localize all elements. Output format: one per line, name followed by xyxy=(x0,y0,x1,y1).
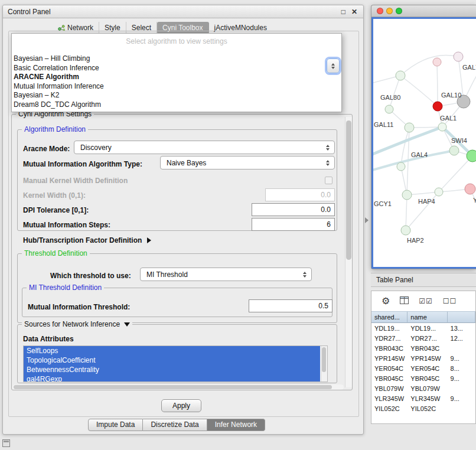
network-edge xyxy=(389,76,400,109)
desktop: Control Panel □ ✕ NetworkStyleSelectCyni… xyxy=(0,0,476,450)
dpi-tolerance-field[interactable]: 0.0 xyxy=(252,203,335,216)
network-node[interactable] xyxy=(397,162,405,171)
table-row[interactable]: YBR043CYBR043C xyxy=(371,343,475,353)
scrollbar-thumb[interactable] xyxy=(322,347,326,372)
attribute-item-topologicalcoefficient[interactable]: TopologicalCoefficient xyxy=(24,356,320,365)
algorithm-combo-button[interactable] xyxy=(327,58,340,73)
network-node[interactable] xyxy=(385,105,393,113)
float-window-icon[interactable]: □ xyxy=(341,7,345,17)
columns-icon[interactable] xyxy=(400,296,409,306)
table-panel-titlebar[interactable]: Table Panel xyxy=(371,273,476,287)
settings-hscrollbar[interactable] xyxy=(12,384,344,390)
column-header-col2[interactable] xyxy=(448,311,475,323)
manual-kernel-width-checkbox[interactable] xyxy=(325,177,332,184)
column-header-name[interactable]: name xyxy=(407,311,447,323)
network-graph: GAL80GAL10GAL11GAL1SWI4GAL4GCY1HAP4HAP2G… xyxy=(373,19,476,268)
hub-section-label: Hub/Transcription Factor Definition xyxy=(23,236,142,244)
table-toolbar: ⚙ ☑☑ ☐☐ xyxy=(371,291,475,311)
aracne-mode-select[interactable]: Discovery xyxy=(74,141,335,154)
minimize-traffic-light[interactable] xyxy=(386,8,393,14)
sources-group-title[interactable]: Sources for Network Inference xyxy=(22,321,132,328)
network-window-titlebar[interactable] xyxy=(371,5,476,17)
mi-algorithm-type-value: Naive Bayes xyxy=(161,159,323,167)
bottom-tabs: Impute DataDiscretize DataInfer Network xyxy=(88,419,265,431)
network-node[interactable] xyxy=(438,123,446,131)
gear-icon[interactable]: ⚙ xyxy=(382,296,390,306)
bottom-tab-infer-network[interactable]: Infer Network xyxy=(207,419,265,431)
network-node[interactable] xyxy=(402,190,412,200)
table-header-row: shared...name xyxy=(371,311,475,323)
restore-panel-icon[interactable] xyxy=(2,439,10,447)
attribute-item-gal4rgexp[interactable]: gal4RGexp xyxy=(24,374,320,382)
algorithm-option-aracne-algorithm[interactable]: ARACNE Algorithm xyxy=(12,73,341,82)
table-row[interactable]: YLR345WYLR345W9... xyxy=(371,393,475,403)
algorithm-option-dream8-dc-tdc-algorithm[interactable]: Dream8 DC_TDC Algorithm xyxy=(12,100,341,110)
table-row[interactable]: YBR045CYBR045C9... xyxy=(371,373,475,383)
algorithm-option-bayesian-k2[interactable]: Bayesian – K2 xyxy=(12,91,341,100)
network-node[interactable] xyxy=(435,188,443,196)
network-node[interactable] xyxy=(465,184,475,194)
apply-button-label: Apply xyxy=(172,402,190,410)
bottom-tab-impute-data[interactable]: Impute Data xyxy=(88,419,143,431)
node-label: GAL1 xyxy=(440,115,457,122)
traffic-lights xyxy=(377,8,402,14)
algorithm-option-basic-correlation-inference[interactable]: Basic Correlation Inference xyxy=(12,64,341,73)
node-label: HAP4 xyxy=(418,198,435,205)
network-node[interactable] xyxy=(433,58,441,66)
bottom-tab-discretize-data[interactable]: Discretize Data xyxy=(143,419,207,431)
select-all-rows-icon[interactable]: ☑☑ xyxy=(419,297,433,305)
network-canvas[interactable]: GAL80GAL10GAL11GAL1SWI4GAL4GCY1HAP4HAP2G… xyxy=(371,17,476,269)
table-row[interactable]: YIL052CYIL052C xyxy=(371,403,475,413)
network-node[interactable] xyxy=(449,146,459,155)
table-cell: YER054C xyxy=(407,365,447,372)
mi-algorithm-type-select[interactable]: Naive Bayes xyxy=(160,156,335,169)
table-cell: YLR345W xyxy=(371,395,407,402)
data-attributes-listbox[interactable]: SelfLoopsTopologicalCoefficientBetweenne… xyxy=(23,345,328,382)
network-node[interactable] xyxy=(467,150,476,162)
table-body: YDL19...YDL19...13...YDR27...YDR27...12.… xyxy=(371,323,475,423)
kernel-width-field: 0.0 xyxy=(265,188,335,201)
table-cell: 13... xyxy=(448,325,475,332)
hub-section-toggle[interactable]: Hub/Transcription Factor Definition xyxy=(23,236,151,244)
which-threshold-label: Which threshold to use: xyxy=(50,270,131,281)
column-header-shared[interactable]: shared... xyxy=(371,311,407,323)
table-row[interactable]: YDL19...YDL19...13... xyxy=(371,323,475,333)
which-threshold-select[interactable]: MI Threshold xyxy=(140,268,312,281)
table-row[interactable]: YDR27...YDR27...12... xyxy=(371,333,475,343)
apply-button[interactable]: Apply xyxy=(161,399,201,412)
mi-steps-field[interactable]: 6 xyxy=(252,218,335,231)
table-cell: YER054C xyxy=(371,365,407,372)
panel-splitter-handle[interactable] xyxy=(365,217,369,223)
threshold-definition-title: Threshold Definition xyxy=(22,250,90,257)
deselect-all-rows-icon[interactable]: ☐☐ xyxy=(443,297,457,305)
network-node[interactable] xyxy=(454,52,463,61)
hscrollbar-thumb[interactable] xyxy=(14,385,332,389)
algorithm-option-bayesian-hill-climbing[interactable]: Bayesian – Hill Climbing xyxy=(12,54,341,64)
close-window-icon[interactable]: ✕ xyxy=(351,7,357,17)
settings-scrollbar[interactable] xyxy=(345,117,352,387)
zoom-traffic-light[interactable] xyxy=(396,8,402,14)
table-row[interactable]: YBL079WYBL079W xyxy=(371,383,475,393)
window-title: Control Panel xyxy=(8,8,51,16)
table-row[interactable]: YPR145WYPR145W9... xyxy=(371,353,475,363)
mi-threshold-group-title: MI Threshold Definition xyxy=(27,284,104,291)
mi-threshold-value: 0.5 xyxy=(318,302,328,310)
scrollbar-thumb[interactable] xyxy=(346,120,351,260)
table-row[interactable]: YER054CYER054C8... xyxy=(371,363,475,373)
dpi-tolerance-label: DPI Tolerance [0,1]: xyxy=(23,205,89,216)
attribute-item-betweennesscentrality[interactable]: BetweennessCentrality xyxy=(24,365,320,374)
network-node[interactable] xyxy=(401,226,410,235)
control-panel-titlebar[interactable]: Control Panel □ ✕ xyxy=(3,5,363,18)
mi-steps-label: Mutual Information Steps: xyxy=(23,220,110,230)
close-traffic-light[interactable] xyxy=(377,8,383,14)
attributes-scrollbar[interactable] xyxy=(321,346,327,381)
table-panel-body: ⚙ ☑☑ ☐☐ shared...name YDL19...YDL19...13… xyxy=(371,291,476,424)
network-edge xyxy=(400,76,438,106)
network-node[interactable] xyxy=(405,123,414,132)
mi-threshold-field[interactable]: 0.5 xyxy=(249,299,332,312)
network-node[interactable] xyxy=(396,71,405,80)
network-node[interactable] xyxy=(433,102,442,111)
which-threshold-value: MI Threshold xyxy=(141,270,300,279)
algorithm-option-mutual-information-inference[interactable]: Mutual Information Inference xyxy=(12,82,341,92)
attribute-item-selfloops[interactable]: SelfLoops xyxy=(24,346,320,356)
